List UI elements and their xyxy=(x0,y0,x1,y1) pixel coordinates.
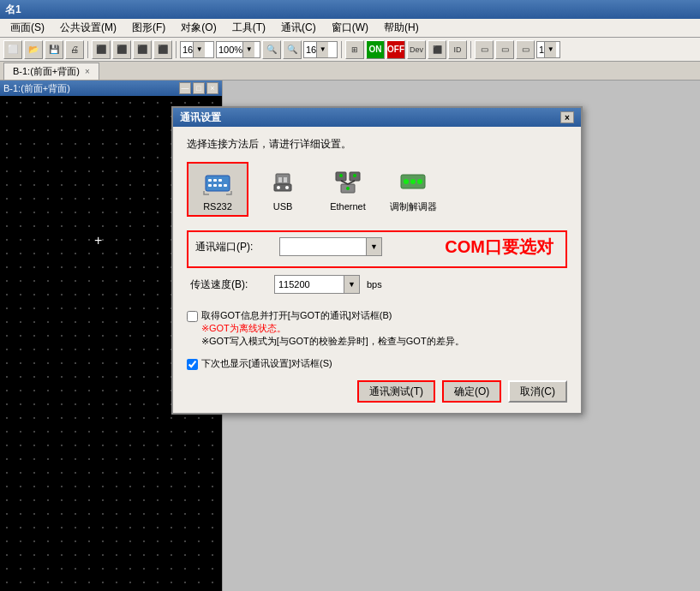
checkbox2[interactable] xyxy=(187,359,198,370)
checkbox1-note1: ※GOT为离线状态。 xyxy=(201,322,464,335)
svg-line-18 xyxy=(348,181,355,184)
page-arrow[interactable]: ▼ xyxy=(544,42,556,57)
sep2 xyxy=(176,41,176,58)
sep3 xyxy=(341,41,342,58)
ethernet-label: Ethernet xyxy=(330,201,366,212)
conn-usb[interactable]: USB xyxy=(252,162,314,217)
tb-grid[interactable]: ⊞ xyxy=(345,40,364,59)
conn-modem[interactable]: 调制解调器 xyxy=(382,162,444,217)
tb-save2[interactable]: 🖨 xyxy=(65,40,84,59)
baud-combo[interactable]: 115200 ▼ xyxy=(274,275,360,294)
svg-point-19 xyxy=(339,174,343,177)
tab-close[interactable]: × xyxy=(85,67,90,76)
port-combo[interactable]: ▼ xyxy=(279,237,382,256)
svg-line-17 xyxy=(341,181,348,184)
svg-rect-2 xyxy=(213,179,217,182)
svg-rect-6 xyxy=(218,184,222,187)
checkbox1-note2: ※GOT写入模式为[与GOT的校验差异时]，检查与GOT的差异。 xyxy=(201,335,464,348)
zoom-combo[interactable]: 16 ▼ xyxy=(180,41,214,58)
tb-copy[interactable]: ⬛ xyxy=(92,40,111,59)
svg-point-13 xyxy=(285,186,289,189)
checkbox1-label: 取得GOT信息并打开[与GOT的通讯]对话框(B) xyxy=(201,309,464,322)
svg-point-24 xyxy=(410,179,416,184)
dialog-title-bar: 通讯设置 × xyxy=(173,108,581,127)
tab-label: B-1:(前面+背面) xyxy=(13,65,80,78)
grid-combo[interactable]: 16 ▼ xyxy=(303,41,338,58)
grid-value: 16 xyxy=(306,45,316,55)
tb-paste[interactable]: ⬛ xyxy=(112,40,131,59)
checkbox1[interactable] xyxy=(187,311,198,322)
tb-rect[interactable]: ▭ xyxy=(475,40,494,59)
menu-comm[interactable]: 通讯(C) xyxy=(274,19,323,37)
dialog-subtitle: 选择连接方法后，请进行详细设置。 xyxy=(187,137,567,152)
baud-unit: bps xyxy=(367,279,382,290)
dialog-buttons: 通讯测试(T) 确定(O) 取消(C) xyxy=(187,380,567,403)
rs232-icon xyxy=(202,167,233,198)
tab-bar: B-1:(前面+背面) × xyxy=(0,62,700,81)
menu-tools[interactable]: 工具(T) xyxy=(225,19,272,37)
tb-rect2[interactable]: ▭ xyxy=(495,40,514,59)
menu-help[interactable]: 帮助(H) xyxy=(377,19,426,37)
percent-arrow[interactable]: ▼ xyxy=(242,42,254,57)
sep4 xyxy=(470,41,471,58)
tb-dev[interactable]: Dev xyxy=(407,40,426,59)
baud-row: 传送速度(B): 115200 ▼ bps xyxy=(190,275,567,294)
svg-rect-3 xyxy=(218,179,222,182)
test-button[interactable]: 通讯测试(T) xyxy=(357,380,435,403)
baud-combo-arrow[interactable]: ▼ xyxy=(344,276,359,293)
ethernet-icon xyxy=(332,167,363,198)
tb-redo[interactable]: ⬛ xyxy=(153,40,172,59)
tb-new[interactable]: ⬜ xyxy=(3,40,22,59)
menu-common[interactable]: 公共设置(M) xyxy=(53,19,123,37)
title-bar: 名1 xyxy=(0,0,700,19)
svg-rect-7 xyxy=(224,184,227,187)
conn-rs232[interactable]: RS232 xyxy=(187,162,248,217)
checkbox1-row: 取得GOT信息并打开[与GOT的通讯]对话框(B) ※GOT为离线状态。 ※GO… xyxy=(187,309,567,349)
tb-save[interactable]: 💾 xyxy=(45,40,63,59)
tb-undo[interactable]: ⬛ xyxy=(133,40,152,59)
main-area: B-1:(前面+背面) — □ × + 通讯设置 × 选择连接方法后，请进行详细… xyxy=(0,81,700,591)
tb-reg[interactable]: ⬛ xyxy=(428,40,446,59)
tb-on[interactable]: ON xyxy=(366,40,385,59)
checkbox2-label: 下次也显示[通讯设置]对话框(S) xyxy=(201,357,332,370)
svg-rect-8 xyxy=(276,174,290,184)
menu-screen[interactable]: 画面(S) xyxy=(3,19,51,37)
menu-window[interactable]: 窗口(W) xyxy=(325,19,375,37)
zoom-arrow[interactable]: ▼ xyxy=(193,42,205,57)
conn-ethernet[interactable]: Ethernet xyxy=(317,162,379,217)
svg-point-25 xyxy=(417,179,422,184)
port-combo-arrow[interactable]: ▼ xyxy=(366,238,381,255)
menu-draw[interactable]: 图形(F) xyxy=(125,19,172,37)
tb-zoom-out[interactable]: 🔍 xyxy=(283,40,302,59)
modem-label: 调制解调器 xyxy=(390,200,437,213)
tb-zoom-in[interactable]: 🔍 xyxy=(262,40,281,59)
grid-arrow[interactable]: ▼ xyxy=(316,42,328,57)
svg-rect-1 xyxy=(208,179,212,182)
baud-value: 115200 xyxy=(275,276,344,293)
usb-label: USB xyxy=(273,201,293,212)
percent-combo[interactable]: 100% ▼ xyxy=(216,41,260,58)
zoom-value: 16 xyxy=(182,45,193,55)
menu-object[interactable]: 对象(O) xyxy=(174,19,223,37)
rs232-label: RS232 xyxy=(203,201,232,212)
svg-point-20 xyxy=(353,174,356,177)
svg-rect-0 xyxy=(206,176,230,191)
page-combo[interactable]: 1 ▼ xyxy=(536,41,560,58)
baud-label: 传送速度(B): xyxy=(190,278,267,292)
dialog-close-button[interactable]: × xyxy=(560,111,574,123)
port-value xyxy=(280,238,366,255)
tb-open[interactable]: 📂 xyxy=(24,40,43,59)
tb-id[interactable]: ID xyxy=(448,40,467,59)
tb-off[interactable]: OFF xyxy=(386,40,405,59)
usb-icon xyxy=(267,167,298,198)
sep1 xyxy=(87,41,88,58)
tb-rect3[interactable]: ▭ xyxy=(516,40,535,59)
cancel-button[interactable]: 取消(C) xyxy=(508,380,567,403)
comm-settings-dialog: 通讯设置 × 选择连接方法后，请进行详细设置。 xyxy=(171,106,583,415)
modem-icon xyxy=(398,166,428,197)
ok-button[interactable]: 确定(O) xyxy=(442,380,501,403)
svg-rect-10 xyxy=(284,177,287,182)
percent-value: 100% xyxy=(218,45,242,55)
svg-point-23 xyxy=(404,179,409,184)
tab-b1[interactable]: B-1:(前面+背面) × xyxy=(3,63,99,80)
